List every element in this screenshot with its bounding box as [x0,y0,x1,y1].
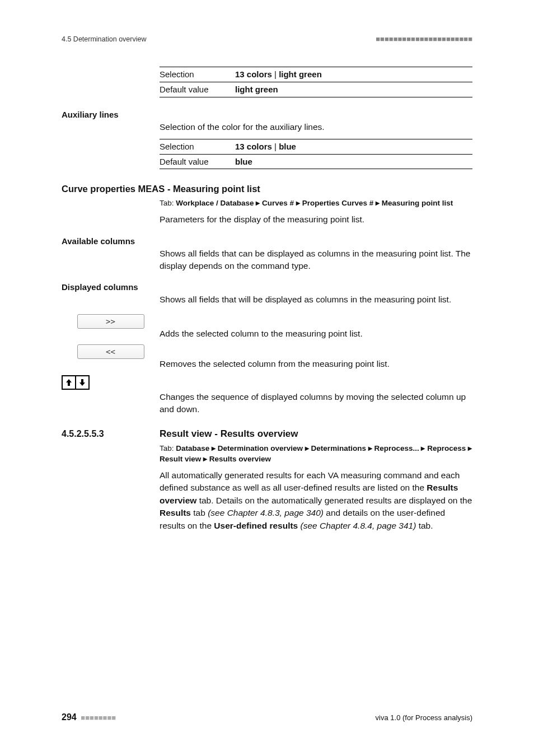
aux-sel-val: 13 colors | blue [235,141,472,153]
remove-desc: Removes the selected column from the mea… [160,358,472,370]
footer-product: viva 1.0 (for Process analysis) [376,713,472,722]
aux-def-key: Default value [160,156,235,168]
reorder-arrows [62,375,90,390]
disp-desc: Shows all fields that will be displayed … [160,293,472,306]
avail-row: Available columns Shows all fields that … [62,236,472,273]
curve-tab-row: Tab: Workplace / Database ▸ Curves # ▸ P… [62,198,472,226]
arrows-row: Changes the sequence of displayed column… [62,373,472,416]
avail-title: Available columns [62,236,160,246]
footer-left: 294 ■■■■■■■■ [62,712,116,722]
remove-btn-cell: << [62,342,160,366]
block1-content: Selection 13 colors | light green Defaul… [160,63,472,97]
disp-content: Shows all fields that will be displayed … [160,282,472,306]
move-up-button[interactable] [62,375,76,390]
remove-columns-button[interactable]: << [77,344,144,359]
result-paragraph: All automatically generated results for … [160,469,472,532]
aux-def-val: blue [235,156,472,168]
remove-desc-cell: Removes the selected column from the mea… [160,342,472,370]
curve-tab-line: Tab: Workplace / Database ▸ Curves # ▸ P… [160,198,472,209]
add-columns-button[interactable]: >> [77,314,144,329]
param-val-default: light green [235,83,472,96]
aux-desc: Selection of the color for the auxiliary… [160,121,472,133]
curve-desc: Parameters for the display of the measur… [160,213,472,226]
param-val-selection: 13 colors | light green [235,68,472,81]
header-ornament: ■■■■■■■■■■■■■■■■■■■■■■ [376,35,472,43]
page-header: 4.5 Determination overview ■■■■■■■■■■■■■… [62,35,472,43]
add-desc: Adds the selected column to the measurin… [160,328,472,340]
curve-section-title: Curve properties MEAS - Measuring point … [62,184,472,194]
footer-ornament: ■■■■■■■■ [81,713,116,722]
arrows-desc-cell: Changes the sequence of displayed column… [160,373,472,416]
page-number: 294 [62,712,77,722]
add-btn-row: >> Adds the selected column to the measu… [62,312,472,340]
result-head-row: 4.5.2.5.5.3 Result view - Results overvi… [62,428,472,440]
move-down-button[interactable] [75,375,90,390]
remove-btn-row: << Removes the selected column from the … [62,342,472,370]
avail-desc: Shows all fields that can be displayed a… [160,248,472,273]
disp-title: Displayed columns [62,282,160,292]
avail-content: Shows all fields that can be displayed a… [160,236,472,273]
result-body-row: Tab: Database ▸ Determination overview ▸… [62,443,472,532]
block1-row: Selection 13 colors | light green Defaul… [62,63,472,97]
add-btn-cell: >> [62,312,160,335]
arrow-up-icon [64,378,73,387]
result-tab-line: Tab: Database ▸ Determination overview ▸… [160,443,472,465]
aux-title: Auxiliary lines [62,110,160,119]
aux-row: Auxiliary lines Selection of the color f… [62,110,472,170]
aux-sel-key: Selection [160,141,235,153]
result-section-title: Result view - Results overview [160,428,298,440]
header-section: 4.5 Determination overview [62,35,146,43]
page-footer: 294 ■■■■■■■■ viva 1.0 (for Process analy… [62,712,472,722]
arrows-desc: Changes the sequence of displayed column… [160,391,472,416]
arrow-down-icon [78,378,87,387]
page-content: 4.5 Determination overview ■■■■■■■■■■■■■… [0,0,534,532]
disp-row: Displayed columns Shows all fields that … [62,282,472,306]
param-key-selection: Selection [160,68,235,81]
result-content: Tab: Database ▸ Determination overview ▸… [160,443,472,532]
add-desc-cell: Adds the selected column to the measurin… [160,312,472,340]
arrows-cell [62,373,160,396]
curve-content: Tab: Workplace / Database ▸ Curves # ▸ P… [160,198,472,226]
aux-content: Selection of the color for the auxiliary… [160,110,472,170]
param-table-1: Selection 13 colors | light green Defaul… [160,67,472,97]
param-key-default: Default value [160,83,235,96]
result-section-number: 4.5.2.5.5.3 [62,429,160,439]
param-table-aux: Selection 13 colors | blue Default value… [160,139,472,170]
